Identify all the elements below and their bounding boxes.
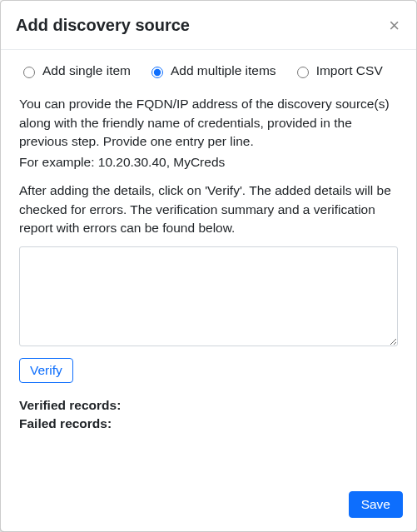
radio-label: Add single item [42,62,131,80]
radio-import-csv-input[interactable] [297,67,309,78]
radio-add-single-item-input[interactable] [23,67,35,78]
dialog-title: Add discovery source [16,13,190,37]
dialog-body: Add single item Add multiple items Impor… [1,50,416,481]
radio-label: Add multiple items [171,62,276,80]
instruction-verify: After adding the details, click on 'Veri… [19,181,398,237]
radio-add-single-item[interactable]: Add single item [19,62,131,80]
radio-import-csv[interactable]: Import CSV [293,62,383,80]
entries-textarea[interactable] [19,246,398,346]
save-button[interactable]: Save [349,491,403,518]
dialog-footer: Save [1,481,416,531]
failed-records-label: Failed records: [19,415,398,433]
dialog-header: Add discovery source × [1,1,416,50]
radio-add-multiple-items-input[interactable] [151,67,163,78]
radio-label: Import CSV [316,62,383,80]
radio-add-multiple-items[interactable]: Add multiple items [147,62,276,80]
mode-radio-group: Add single item Add multiple items Impor… [19,62,398,80]
verify-button[interactable]: Verify [19,358,73,383]
instruction-text: You can provide the FQDN/IP address of t… [19,95,398,151]
close-button[interactable]: × [385,15,403,37]
instruction-example: For example: 10.20.30.40, MyCreds [19,153,398,172]
verification-summary: Verified records: Failed records: [19,396,398,434]
add-discovery-source-dialog: Add discovery source × Add single item A… [0,0,417,532]
verified-records-label: Verified records: [19,396,398,415]
close-icon: × [389,15,400,36]
